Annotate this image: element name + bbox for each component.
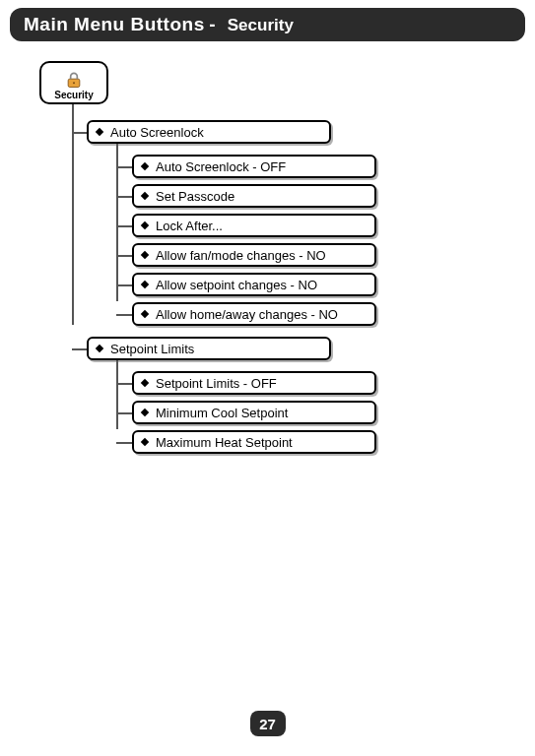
menu-label: Set Passcode <box>156 189 234 204</box>
header-subtitle: Security <box>228 16 294 34</box>
bullet-icon <box>141 310 149 318</box>
menu-max-heat-setpoint[interactable]: Maximum Heat Setpoint <box>132 430 376 454</box>
connector <box>116 442 132 444</box>
connector <box>116 225 132 227</box>
connector <box>116 314 132 316</box>
root-security-box: Security <box>39 61 108 104</box>
menu-label: Setpoint Limits - OFF <box>156 376 277 391</box>
menu-label: Auto Screenlock - OFF <box>156 159 286 174</box>
header-separator: - <box>209 14 222 34</box>
header-bar: Main Menu Buttons - Security <box>10 8 525 41</box>
connector <box>116 383 132 385</box>
connector <box>72 104 74 325</box>
menu-label: Allow setpoint changes - NO <box>156 278 317 292</box>
bullet-icon <box>141 281 149 288</box>
bullet-icon <box>141 379 149 387</box>
menu-allow-fan-mode[interactable]: Allow fan/mode changes - NO <box>132 243 376 267</box>
menu-label: Auto Screenlock <box>110 125 204 140</box>
menu-allow-home-away[interactable]: Allow home/away changes - NO <box>132 302 376 326</box>
bullet-icon <box>141 409 149 416</box>
connector <box>116 255 132 257</box>
bullet-icon <box>141 192 149 200</box>
lock-icon <box>64 70 84 90</box>
menu-tree: Security Auto Screenlock Auto Screenlock… <box>39 61 535 104</box>
menu-label: Maximum Heat Setpoint <box>156 435 293 450</box>
connector <box>116 360 118 429</box>
bullet-icon <box>141 251 149 259</box>
bullet-icon <box>96 128 103 136</box>
connector <box>116 412 132 414</box>
menu-allow-setpoint[interactable]: Allow setpoint changes - NO <box>132 273 376 296</box>
menu-setpoint-limits-off[interactable]: Setpoint Limits - OFF <box>132 371 376 395</box>
connector <box>116 196 132 198</box>
connector <box>72 348 87 350</box>
root-label: Security <box>54 90 93 100</box>
connector <box>116 166 132 168</box>
menu-setpoint-limits[interactable]: Setpoint Limits <box>87 337 331 360</box>
menu-label: Setpoint Limits <box>110 342 194 356</box>
page-number: 27 <box>250 711 286 736</box>
header-title: Main Menu Buttons <box>24 14 205 34</box>
menu-set-passcode[interactable]: Set Passcode <box>132 184 376 208</box>
menu-lock-after[interactable]: Lock After... <box>132 214 376 237</box>
menu-label: Allow home/away changes - NO <box>156 307 338 322</box>
connector <box>116 284 132 286</box>
bullet-icon <box>141 438 149 446</box>
menu-auto-screenlock[interactable]: Auto Screenlock <box>87 120 331 144</box>
bullet-icon <box>96 345 103 352</box>
svg-point-1 <box>73 82 75 84</box>
menu-label: Lock After... <box>156 219 223 233</box>
bullet-icon <box>141 221 149 229</box>
menu-label: Allow fan/mode changes - NO <box>156 248 326 263</box>
connector <box>72 132 87 134</box>
menu-min-cool-setpoint[interactable]: Minimum Cool Setpoint <box>132 401 376 424</box>
menu-label: Minimum Cool Setpoint <box>156 406 288 420</box>
bullet-icon <box>141 162 149 170</box>
menu-auto-screenlock-off[interactable]: Auto Screenlock - OFF <box>132 155 376 178</box>
